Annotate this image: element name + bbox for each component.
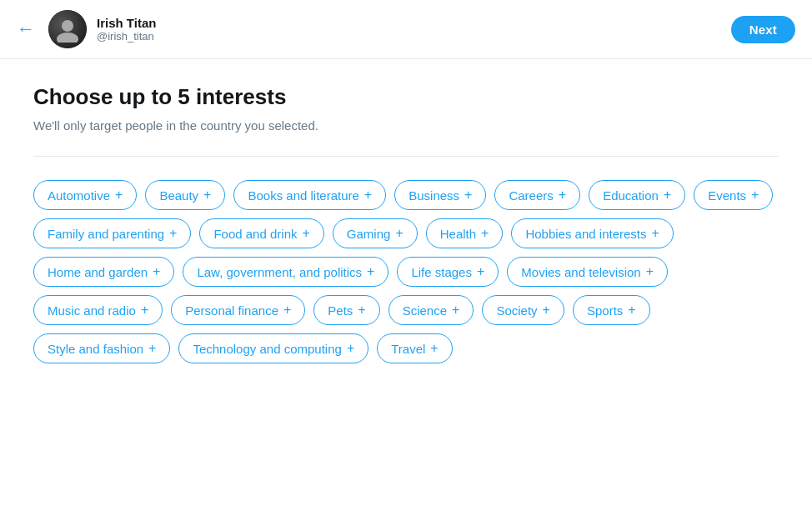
plus-icon: + — [481, 226, 489, 241]
interest-tag-travel[interactable]: Travel + — [377, 333, 452, 363]
interest-label: Travel — [391, 342, 425, 356]
interest-label: Business — [409, 188, 459, 203]
interest-label: Society — [496, 303, 537, 318]
interest-tag-education[interactable]: Education + — [589, 180, 685, 210]
main-content: Choose up to 5 interests We'll only targ… — [0, 59, 812, 388]
interest-label: Events — [708, 188, 746, 203]
interest-label: Hobbies and interests — [525, 227, 646, 241]
page-header: ← Irish Titan @irish_titan Next — [0, 0, 812, 59]
interest-label: Personal finance — [185, 303, 278, 318]
interest-tag-sports[interactable]: Sports + — [573, 295, 650, 325]
interest-label: Food and drink — [213, 227, 297, 241]
plus-icon: + — [452, 303, 459, 318]
user-handle: @irish_titan — [97, 30, 156, 43]
interest-tag-hobbies-and-interests[interactable]: Hobbies and interests + — [511, 218, 673, 248]
plus-icon: + — [358, 303, 365, 318]
plus-icon: + — [347, 341, 354, 356]
interest-label: Family and parenting — [48, 227, 164, 241]
plus-icon: + — [646, 264, 654, 279]
interest-label: Gaming — [347, 227, 391, 241]
interest-label: Books and literature — [248, 188, 358, 203]
interest-tag-gaming[interactable]: Gaming + — [333, 218, 418, 248]
plus-icon: + — [652, 226, 659, 241]
plus-icon: + — [464, 188, 472, 203]
interest-tag-home-and-garden[interactable]: Home and garden + — [33, 257, 174, 287]
plus-icon: + — [169, 226, 177, 241]
plus-icon: + — [751, 188, 759, 203]
interest-tag-personal-finance[interactable]: Personal finance + — [171, 295, 305, 325]
avatar — [48, 10, 87, 48]
interest-label: Home and garden — [48, 265, 148, 279]
interests-grid: Automotive +Beauty +Books and literature… — [33, 180, 779, 363]
section-divider — [33, 156, 779, 157]
back-button[interactable]: ← — [17, 18, 35, 40]
interest-label: Law, government, and politics — [197, 265, 362, 279]
interest-label: Technology and computing — [193, 342, 341, 356]
interest-tag-music-and-radio[interactable]: Music and radio + — [33, 295, 163, 325]
interest-tag-family-and-parenting[interactable]: Family and parenting + — [33, 218, 191, 248]
plus-icon: + — [628, 303, 635, 318]
svg-point-0 — [62, 20, 73, 32]
plus-icon: + — [203, 188, 211, 203]
interest-tag-food-and-drink[interactable]: Food and drink + — [199, 218, 323, 248]
plus-icon: + — [153, 264, 160, 279]
interest-label: Health — [440, 227, 476, 241]
plus-icon: + — [477, 264, 484, 279]
plus-icon: + — [148, 341, 156, 356]
interest-label: Life stages — [411, 265, 472, 279]
plus-icon: + — [664, 188, 671, 203]
interest-label: Style and fashion — [48, 342, 143, 356]
next-button[interactable]: Next — [731, 16, 795, 43]
user-display-name: Irish Titan — [97, 16, 156, 30]
plus-icon: + — [283, 303, 291, 318]
svg-point-1 — [57, 33, 78, 43]
interest-label: Automotive — [48, 188, 110, 203]
interest-label: Pets — [328, 303, 353, 318]
user-info: Irish Titan @irish_titan — [97, 16, 156, 43]
plus-icon: + — [115, 188, 123, 203]
interest-tag-law-government-and-politics[interactable]: Law, government, and politics + — [183, 257, 388, 287]
page-title: Choose up to 5 interests — [33, 84, 779, 110]
interest-label: Music and radio — [48, 303, 136, 318]
interest-label: Sports — [587, 303, 623, 318]
interest-label: Science — [403, 303, 447, 318]
plus-icon: + — [395, 226, 403, 241]
avatar-image — [54, 16, 81, 43]
interest-tag-life-stages[interactable]: Life stages + — [397, 257, 499, 287]
interest-label: Education — [603, 188, 659, 203]
interest-tag-automotive[interactable]: Automotive + — [33, 180, 137, 210]
interest-tag-business[interactable]: Business + — [394, 180, 486, 210]
plus-icon: + — [364, 188, 372, 203]
plus-icon: + — [430, 341, 438, 356]
page-subtitle: We'll only target people in the country … — [33, 118, 779, 133]
interest-label: Movies and television — [521, 265, 640, 279]
interest-tag-movies-and-television[interactable]: Movies and television + — [507, 257, 668, 287]
plus-icon: + — [141, 303, 148, 318]
interest-tag-pets[interactable]: Pets + — [313, 295, 379, 325]
back-arrow-icon: ← — [17, 18, 35, 40]
interest-tag-health[interactable]: Health + — [426, 218, 504, 248]
plus-icon: + — [559, 188, 566, 203]
interest-tag-technology-and-computing[interactable]: Technology and computing + — [178, 333, 368, 363]
interest-tag-style-and-fashion[interactable]: Style and fashion + — [33, 333, 170, 363]
interest-tag-books-and-literature[interactable]: Books and literature + — [233, 180, 386, 210]
interest-label: Careers — [509, 188, 553, 203]
interest-tag-science[interactable]: Science + — [388, 295, 474, 325]
interest-tag-careers[interactable]: Careers + — [494, 180, 580, 210]
plus-icon: + — [303, 226, 310, 241]
plus-icon: + — [543, 303, 550, 318]
plus-icon: + — [367, 264, 374, 279]
interest-tag-society[interactable]: Society + — [482, 295, 564, 325]
interest-tag-beauty[interactable]: Beauty + — [145, 180, 225, 210]
interest-tag-events[interactable]: Events + — [694, 180, 773, 210]
interest-label: Beauty — [159, 188, 198, 203]
